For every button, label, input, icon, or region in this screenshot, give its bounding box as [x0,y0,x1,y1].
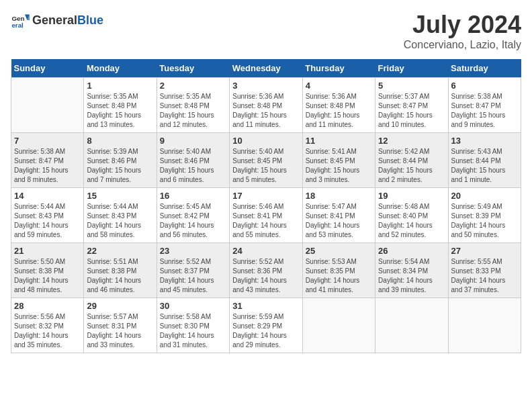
day-number: 13 [451,136,518,146]
calendar-cell: 28Sunrise: 5:56 AM Sunset: 8:32 PM Dayli… [11,298,84,353]
calendar-cell: 18Sunrise: 5:47 AM Sunset: 8:41 PM Dayli… [302,188,375,243]
day-info: Sunrise: 5:44 AM Sunset: 8:43 PM Dayligh… [14,202,81,240]
weekday-header-wednesday: Wednesday [230,59,302,78]
day-number: 10 [232,136,299,146]
week-row-3: 14Sunrise: 5:44 AM Sunset: 8:43 PM Dayli… [11,188,521,243]
day-number: 6 [451,81,518,91]
day-info: Sunrise: 5:43 AM Sunset: 8:44 PM Dayligh… [451,147,518,185]
calendar-cell: 20Sunrise: 5:49 AM Sunset: 8:39 PM Dayli… [448,188,521,243]
day-info: Sunrise: 5:50 AM Sunset: 8:38 PM Dayligh… [14,257,81,295]
day-info: Sunrise: 5:47 AM Sunset: 8:41 PM Dayligh… [306,202,372,240]
day-number: 5 [378,81,445,91]
day-number: 17 [232,191,299,201]
calendar-cell: 1Sunrise: 5:35 AM Sunset: 8:48 PM Daylig… [84,78,157,133]
calendar-cell: 3Sunrise: 5:36 AM Sunset: 8:48 PM Daylig… [230,78,302,133]
weekday-header-row: SundayMondayTuesdayWednesdayThursdayFrid… [11,59,521,78]
day-number: 8 [87,136,153,146]
weekday-header-saturday: Saturday [448,59,521,78]
day-info: Sunrise: 5:49 AM Sunset: 8:39 PM Dayligh… [451,202,518,240]
calendar-cell: 14Sunrise: 5:44 AM Sunset: 8:43 PM Dayli… [11,188,84,243]
logo-general-text: General [32,13,77,27]
calendar-cell: 5Sunrise: 5:37 AM Sunset: 8:47 PM Daylig… [375,78,448,133]
calendar-cell [375,298,448,353]
day-info: Sunrise: 5:56 AM Sunset: 8:32 PM Dayligh… [14,312,81,350]
page-header: Gen eral GeneralBlue July 2024 Concervia… [11,11,521,51]
calendar-cell: 12Sunrise: 5:42 AM Sunset: 8:44 PM Dayli… [375,133,448,188]
day-number: 31 [232,301,299,311]
weekday-header-monday: Monday [84,59,157,78]
calendar-cell: 13Sunrise: 5:43 AM Sunset: 8:44 PM Dayli… [448,133,521,188]
calendar-cell: 23Sunrise: 5:52 AM Sunset: 8:37 PM Dayli… [157,243,229,298]
logo-blue-text: Blue [77,13,103,27]
day-number: 2 [160,81,226,91]
calendar-cell: 16Sunrise: 5:45 AM Sunset: 8:42 PM Dayli… [157,188,229,243]
day-info: Sunrise: 5:57 AM Sunset: 8:31 PM Dayligh… [87,312,153,350]
calendar-cell [302,298,375,353]
day-number: 16 [160,191,226,201]
day-number: 15 [87,191,153,201]
day-info: Sunrise: 5:59 AM Sunset: 8:29 PM Dayligh… [232,312,299,350]
calendar-cell [11,78,84,133]
day-number: 19 [378,191,445,201]
calendar-cell: 2Sunrise: 5:35 AM Sunset: 8:48 PM Daylig… [157,78,229,133]
day-info: Sunrise: 5:38 AM Sunset: 8:47 PM Dayligh… [14,147,81,185]
week-row-5: 28Sunrise: 5:56 AM Sunset: 8:32 PM Dayli… [11,298,521,353]
day-info: Sunrise: 5:36 AM Sunset: 8:48 PM Dayligh… [306,92,372,130]
day-number: 22 [87,246,153,256]
day-info: Sunrise: 5:53 AM Sunset: 8:35 PM Dayligh… [306,257,372,295]
day-number: 7 [14,136,81,146]
day-number: 30 [160,301,226,311]
calendar-cell: 22Sunrise: 5:51 AM Sunset: 8:38 PM Dayli… [84,243,157,298]
week-row-4: 21Sunrise: 5:50 AM Sunset: 8:38 PM Dayli… [11,243,521,298]
day-info: Sunrise: 5:52 AM Sunset: 8:36 PM Dayligh… [232,257,299,295]
day-info: Sunrise: 5:45 AM Sunset: 8:42 PM Dayligh… [160,202,226,240]
day-number: 3 [232,81,299,91]
calendar-table: SundayMondayTuesdayWednesdayThursdayFrid… [11,59,521,353]
logo-icon: Gen eral [11,11,30,30]
day-number: 21 [14,246,81,256]
week-row-2: 7Sunrise: 5:38 AM Sunset: 8:47 PM Daylig… [11,133,521,188]
day-number: 9 [160,136,226,146]
day-number: 23 [160,246,226,256]
day-info: Sunrise: 5:40 AM Sunset: 8:45 PM Dayligh… [232,147,299,185]
day-info: Sunrise: 5:48 AM Sunset: 8:40 PM Dayligh… [378,202,445,240]
day-info: Sunrise: 5:35 AM Sunset: 8:48 PM Dayligh… [160,92,226,130]
calendar-cell: 8Sunrise: 5:39 AM Sunset: 8:46 PM Daylig… [84,133,157,188]
calendar-cell: 4Sunrise: 5:36 AM Sunset: 8:48 PM Daylig… [302,78,375,133]
calendar-cell: 6Sunrise: 5:38 AM Sunset: 8:47 PM Daylig… [448,78,521,133]
calendar-cell: 11Sunrise: 5:41 AM Sunset: 8:45 PM Dayli… [302,133,375,188]
day-number: 28 [14,301,81,311]
day-info: Sunrise: 5:52 AM Sunset: 8:37 PM Dayligh… [160,257,226,295]
day-info: Sunrise: 5:58 AM Sunset: 8:30 PM Dayligh… [160,312,226,350]
weekday-header-sunday: Sunday [11,59,84,78]
day-number: 24 [232,246,299,256]
weekday-header-friday: Friday [375,59,448,78]
weekday-header-thursday: Thursday [302,59,375,78]
weekday-header-tuesday: Tuesday [157,59,229,78]
day-number: 29 [87,301,153,311]
calendar-cell: 30Sunrise: 5:58 AM Sunset: 8:30 PM Dayli… [157,298,229,353]
calendar-cell [448,298,521,353]
day-number: 27 [451,246,518,256]
calendar-cell: 17Sunrise: 5:46 AM Sunset: 8:41 PM Dayli… [230,188,302,243]
day-info: Sunrise: 5:44 AM Sunset: 8:43 PM Dayligh… [87,202,153,240]
day-info: Sunrise: 5:41 AM Sunset: 8:45 PM Dayligh… [306,147,372,185]
day-info: Sunrise: 5:38 AM Sunset: 8:47 PM Dayligh… [451,92,518,130]
day-info: Sunrise: 5:36 AM Sunset: 8:48 PM Dayligh… [232,92,299,130]
calendar-cell: 21Sunrise: 5:50 AM Sunset: 8:38 PM Dayli… [11,243,84,298]
day-info: Sunrise: 5:55 AM Sunset: 8:33 PM Dayligh… [451,257,518,295]
day-number: 20 [451,191,518,201]
day-number: 1 [87,81,153,91]
location-title: Concerviano, Lazio, Italy [404,39,521,51]
calendar-cell: 26Sunrise: 5:54 AM Sunset: 8:34 PM Dayli… [375,243,448,298]
day-info: Sunrise: 5:39 AM Sunset: 8:46 PM Dayligh… [87,147,153,185]
calendar-cell: 27Sunrise: 5:55 AM Sunset: 8:33 PM Dayli… [448,243,521,298]
day-info: Sunrise: 5:40 AM Sunset: 8:46 PM Dayligh… [160,147,226,185]
calendar-cell: 19Sunrise: 5:48 AM Sunset: 8:40 PM Dayli… [375,188,448,243]
title-area: July 2024 Concerviano, Lazio, Italy [404,11,521,51]
week-row-1: 1Sunrise: 5:35 AM Sunset: 8:48 PM Daylig… [11,78,521,133]
day-info: Sunrise: 5:37 AM Sunset: 8:47 PM Dayligh… [378,92,445,130]
day-number: 26 [378,246,445,256]
day-info: Sunrise: 5:46 AM Sunset: 8:41 PM Dayligh… [232,202,299,240]
day-number: 25 [306,246,372,256]
